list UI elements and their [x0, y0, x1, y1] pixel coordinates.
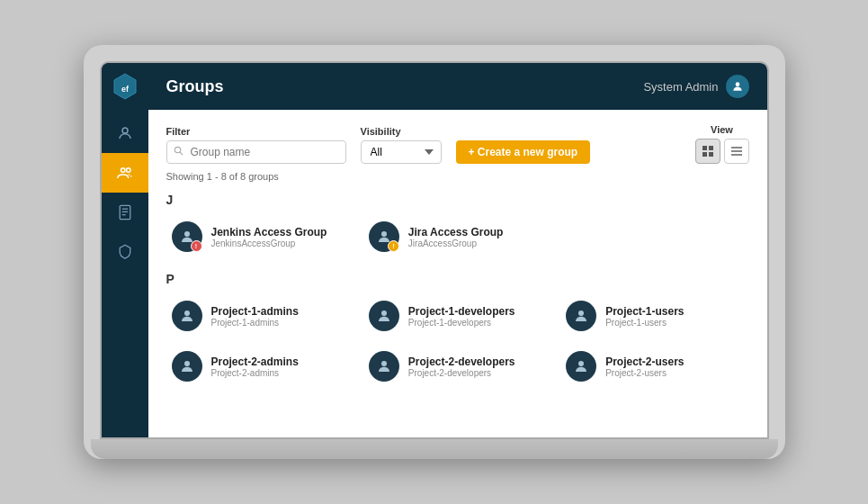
svg-point-4 — [126, 168, 130, 173]
group-avatar: ! — [172, 221, 202, 252]
sidebar-item-security[interactable] — [102, 232, 148, 272]
svg-point-25 — [381, 361, 387, 366]
svg-point-2 — [122, 128, 128, 133]
grid-icon — [702, 146, 713, 157]
document-icon — [118, 204, 132, 220]
group-slug: Project-1-admins — [211, 318, 299, 328]
svg-rect-16 — [731, 147, 742, 148]
visibility-label: Visibility — [361, 126, 442, 137]
user-info: System Admin — [643, 75, 748, 98]
svg-point-22 — [381, 310, 387, 316]
main-content: Groups System Admin Filter — [148, 63, 767, 437]
svg-point-10 — [174, 147, 180, 152]
svg-text:ef: ef — [121, 85, 129, 94]
list-item[interactable]: Project-2-users Project-2-users — [560, 344, 748, 389]
visibility-group: Visibility All Public Private — [361, 126, 442, 164]
svg-point-19 — [184, 231, 190, 237]
group-info: Jenkins Access Group JenkinsAccessGroup — [211, 226, 327, 248]
list-icon — [731, 146, 742, 157]
laptop-base — [91, 439, 778, 459]
list-view-button[interactable] — [724, 139, 749, 164]
search-input[interactable] — [166, 140, 346, 164]
list-item[interactable]: ! Jenkins Access Group JenkinsAccessGrou… — [166, 214, 354, 259]
section-p: P Project-1-admins Project-1-admins — [166, 272, 749, 389]
group-avatar-icon — [376, 308, 392, 324]
group-name: Project-2-users — [605, 356, 684, 368]
filter-label: Filter — [166, 126, 346, 137]
group-slug: Project-2-admins — [211, 368, 299, 378]
username: System Admin — [643, 80, 718, 94]
section-j: J ! Jenkins Access Group Jenki — [166, 193, 749, 259]
create-group-button[interactable]: + Create a new group — [456, 140, 591, 164]
group-avatar-icon — [179, 358, 195, 374]
list-item[interactable]: Project-1-users Project-1-users — [560, 293, 748, 338]
view-label: View — [695, 124, 749, 135]
group-name: Project-2-developers — [408, 356, 515, 368]
list-item[interactable]: Project-2-admins Project-2-admins — [166, 344, 354, 389]
sidebar-item-user[interactable] — [102, 113, 148, 153]
filter-row: Filter Visibility — [166, 124, 749, 164]
list-item[interactable]: Project-1-developers Project-1-developer… — [363, 293, 551, 338]
group-slug: Project-2-developers — [408, 368, 515, 378]
content-area: Filter Visibility — [148, 110, 767, 437]
group-name: Project-1-users — [605, 305, 684, 318]
svg-rect-13 — [709, 146, 713, 150]
visibility-select[interactable]: All Public Private — [361, 140, 442, 164]
sidebar-item-groups[interactable] — [102, 153, 148, 193]
svg-line-11 — [179, 152, 182, 155]
shield-icon — [118, 244, 132, 260]
groups-grid-p: Project-1-admins Project-1-admins — [166, 293, 749, 389]
group-info: Project-2-admins Project-2-admins — [211, 356, 299, 378]
section-letter-p: P — [166, 272, 749, 286]
svg-point-24 — [184, 361, 190, 366]
badge: ! — [191, 240, 202, 252]
group-avatar: ! — [369, 221, 399, 252]
list-item[interactable]: Project-2-developers Project-2-developer… — [363, 344, 551, 389]
user-icon — [117, 125, 133, 141]
page-title: Groups — [166, 77, 224, 96]
group-name: Project-2-admins — [211, 356, 299, 368]
svg-point-20 — [381, 231, 387, 237]
group-slug: Project-1-users — [605, 318, 684, 328]
group-info: Project-1-developers Project-1-developer… — [408, 305, 515, 328]
user-avatar-icon — [731, 80, 744, 93]
group-name: Jira Access Group — [408, 226, 504, 238]
groups-icon — [117, 165, 133, 181]
svg-rect-14 — [702, 152, 707, 157]
search-icon — [174, 146, 183, 158]
sidebar-item-documents[interactable] — [102, 193, 148, 232]
badge: ! — [388, 240, 399, 252]
group-info: Project-2-users Project-2-users — [605, 356, 684, 378]
list-item[interactable]: Project-1-admins Project-1-admins — [166, 293, 354, 338]
groups-grid-j: ! Jenkins Access Group JenkinsAccessGrou… — [166, 214, 749, 259]
showing-count: Showing 1 - 8 of 8 groups — [166, 171, 749, 182]
group-avatar-icon — [573, 358, 589, 374]
group-avatar — [369, 301, 399, 331]
group-info: Jira Access Group JiraAccessGroup — [408, 226, 504, 248]
avatar — [726, 75, 749, 98]
group-slug: JiraAccessGroup — [408, 238, 504, 248]
svg-point-23 — [578, 310, 584, 316]
view-buttons — [695, 139, 749, 164]
group-avatar — [566, 351, 596, 382]
group-info: Project-1-users Project-1-users — [605, 305, 684, 328]
group-name: Jenkins Access Group — [211, 226, 327, 238]
svg-point-21 — [184, 310, 190, 316]
svg-point-9 — [735, 82, 739, 86]
group-avatar — [369, 351, 399, 382]
sidebar-logo: ef — [102, 63, 148, 110]
list-item[interactable]: ! Jira Access Group JiraAccessGroup — [363, 214, 551, 259]
group-slug: JenkinsAccessGroup — [211, 238, 327, 248]
group-avatar-icon — [179, 308, 195, 324]
grid-view-button[interactable] — [695, 139, 720, 164]
view-group: View — [695, 124, 749, 164]
svg-point-3 — [121, 168, 125, 173]
section-letter-j: J — [166, 193, 749, 207]
svg-rect-17 — [731, 150, 742, 152]
group-avatar-icon — [573, 308, 589, 324]
group-avatar — [566, 301, 596, 331]
group-avatar-icon — [376, 358, 392, 374]
svg-rect-15 — [709, 152, 713, 157]
group-name: Project-1-admins — [211, 305, 299, 318]
group-avatar — [172, 351, 202, 382]
